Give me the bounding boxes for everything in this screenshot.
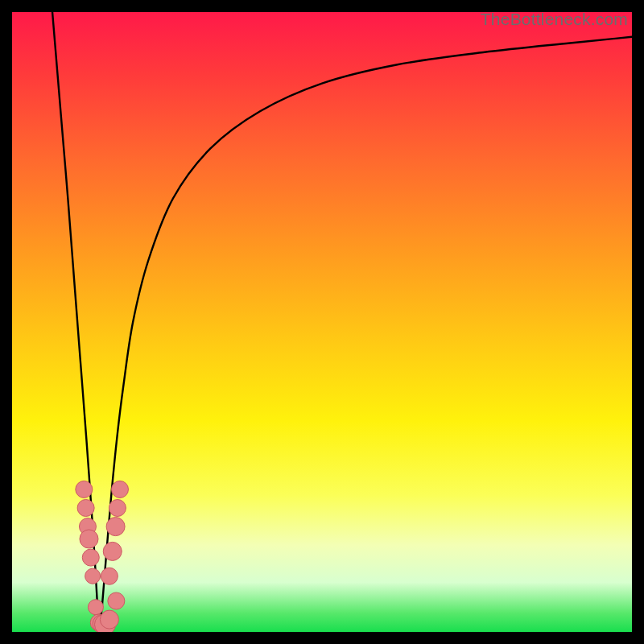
data-marker (111, 481, 128, 497)
data-marker (85, 568, 101, 584)
curve-group (52, 12, 632, 632)
watermark-text: TheBottleneck.com (481, 10, 628, 29)
data-marker (100, 610, 118, 629)
marker-group (76, 481, 129, 632)
data-marker (108, 592, 125, 609)
data-marker (101, 568, 118, 584)
data-marker (82, 549, 99, 566)
data-marker (106, 518, 125, 536)
data-marker (88, 600, 103, 615)
data-marker (80, 530, 98, 548)
data-marker (76, 481, 93, 497)
data-marker (103, 542, 122, 560)
data-marker (109, 499, 126, 516)
chart-frame: TheBottleneck.com (0, 0, 644, 644)
plot-area (12, 12, 632, 632)
right-branch-curve (99, 37, 632, 632)
chart-svg (12, 12, 632, 632)
data-marker (77, 499, 94, 516)
